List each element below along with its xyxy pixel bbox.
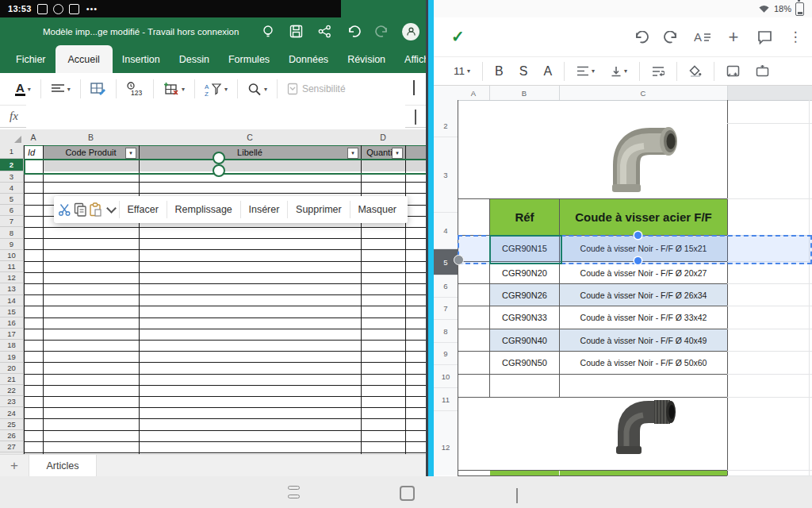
sheets-grid[interactable]: A B C 23456789101112 Réf Coude à visser …: [434, 86, 812, 476]
cell-code-CGR90N50[interactable]: CGR90N50: [490, 352, 559, 374]
row-header-8[interactable]: 8: [0, 227, 24, 238]
row-header-10[interactable]: 10: [0, 250, 24, 261]
row-header-10[interactable]: 10: [434, 365, 458, 388]
filter-icon[interactable]: ▼: [125, 148, 136, 159]
menu-item-effacer[interactable]: Effacer: [120, 204, 167, 215]
row-header-4[interactable]: 4: [434, 213, 458, 249]
col-header-b[interactable]: B: [489, 86, 560, 100]
format-table-icon[interactable]: [85, 77, 112, 101]
cell-e1-partial[interactable]: [405, 146, 426, 160]
left-row-headers[interactable]: 1234567891011121314151617181920212223242…: [0, 145, 24, 454]
split-divider-handle[interactable]: [428, 0, 434, 476]
row-header-12[interactable]: 12: [434, 411, 458, 476]
add-sheet-icon[interactable]: +: [0, 455, 29, 476]
row-header-5[interactable]: 5: [0, 194, 24, 205]
tab-fichier[interactable]: Fichier: [6, 45, 56, 73]
row-header-6[interactable]: 6: [0, 205, 24, 216]
row-header-21[interactable]: 21: [0, 374, 24, 385]
cell-label-CGR90N26[interactable]: Coude à visser Noir - F/F Ø 26x34: [560, 284, 727, 306]
menu-item-remplissage[interactable]: Remplissage: [167, 204, 240, 215]
fill-color-icon[interactable]: [682, 61, 709, 82]
search-icon[interactable]: ▾: [242, 77, 273, 101]
cut-icon[interactable]: [57, 200, 72, 219]
row-header-22[interactable]: 22: [0, 385, 24, 396]
tab-dessin[interactable]: Dessin: [170, 45, 219, 73]
row-header-12[interactable]: 12: [0, 272, 24, 283]
tab-insertion[interactable]: Insertion: [113, 45, 170, 73]
account-icon[interactable]: [402, 23, 419, 40]
expand-icon[interactable]: [103, 200, 118, 219]
row-header-14[interactable]: 14: [0, 295, 24, 306]
black-elbow-fitting-image[interactable]: [610, 397, 678, 456]
menu-item-supprimer[interactable]: Supprimer: [288, 204, 350, 215]
tab-revision[interactable]: Révision: [338, 45, 395, 73]
filter-icon[interactable]: ▼: [347, 148, 358, 159]
tab-donnees[interactable]: Données: [279, 45, 338, 73]
col-header-d[interactable]: D: [361, 129, 406, 146]
font-color-icon[interactable]: A▾: [10, 77, 36, 101]
row-header-11[interactable]: 11: [0, 261, 24, 272]
copy-icon[interactable]: [72, 200, 87, 219]
cell-table-title[interactable]: Coude à visser acier F/F: [560, 199, 727, 235]
font-size-dropdown[interactable]: 11▾: [446, 61, 477, 82]
kebab-menu-icon[interactable]: ⋮: [787, 29, 804, 46]
row-header-17[interactable]: 17: [0, 329, 24, 340]
bold-icon[interactable]: B: [488, 61, 511, 82]
row-header-9[interactable]: 9: [0, 239, 24, 250]
row-header-20[interactable]: 20: [0, 363, 24, 374]
row-header-25[interactable]: 25: [0, 419, 24, 430]
filter-icon[interactable]: ▼: [392, 148, 403, 159]
row-header-19[interactable]: 19: [0, 352, 24, 363]
row-header-11[interactable]: 11: [434, 388, 458, 411]
row-header-18[interactable]: 18: [0, 340, 24, 351]
comment-icon[interactable]: [756, 29, 773, 46]
cell-code-CGR90N20[interactable]: CGR90N20: [490, 262, 559, 283]
selection-handle-bottom[interactable]: [213, 164, 225, 177]
borders-icon[interactable]: [749, 61, 776, 82]
col-header-partial[interactable]: [405, 129, 426, 146]
cell-code-CGR90N40[interactable]: CGR90N40: [490, 329, 559, 351]
tab-accueil[interactable]: Accueil: [56, 45, 113, 73]
selection-handle-bottom[interactable]: [634, 257, 642, 264]
selection-handle-top[interactable]: [213, 152, 225, 164]
sort-filter-icon[interactable]: AZ ▾: [199, 77, 233, 101]
tab-formules[interactable]: Formules: [219, 45, 279, 73]
back-icon[interactable]: [516, 488, 518, 502]
row-header-7[interactable]: 7: [434, 298, 458, 320]
undo-icon[interactable]: [345, 23, 362, 40]
row-header-1[interactable]: 1: [0, 145, 24, 159]
row-header-3[interactable]: 3: [434, 137, 458, 213]
align-icon[interactable]: ▾: [45, 77, 76, 101]
format-text-icon[interactable]: A: [694, 29, 711, 46]
cell-label-CGR90N20[interactable]: Coude à visser Noir - F/F Ø 20x27: [560, 262, 727, 283]
cell-label-CGR90N50[interactable]: Coude à visser Noir - F/F Ø 50x60: [560, 352, 727, 374]
selection-handle-top[interactable]: [634, 232, 642, 239]
col-header-b[interactable]: B: [43, 129, 140, 146]
text-color-icon[interactable]: A: [536, 61, 559, 82]
done-check-icon[interactable]: ✓: [451, 27, 465, 46]
wrap-text-icon[interactable]: [645, 61, 672, 82]
collapse-ribbon-icon[interactable]: [413, 82, 415, 96]
row-header-8[interactable]: 8: [434, 320, 458, 343]
cell-code-CGR90N33[interactable]: CGR90N33: [490, 306, 559, 329]
row-header-26[interactable]: 26: [0, 430, 24, 441]
galvanized-elbow-fitting-image[interactable]: [604, 124, 684, 194]
col-header-a[interactable]: A: [458, 86, 490, 100]
row-header-4[interactable]: 4: [0, 183, 24, 194]
menu-item-inserer[interactable]: Insérer: [240, 204, 287, 215]
redo-icon[interactable]: [663, 29, 680, 46]
row-header-7[interactable]: 7: [0, 216, 24, 227]
row-header-3[interactable]: 3: [0, 171, 24, 183]
row-header-24[interactable]: 24: [0, 407, 24, 418]
save-icon[interactable]: [288, 23, 304, 40]
cell-label-CGR90N33[interactable]: Coude à visser Noir - F/F Ø 33x42: [560, 306, 727, 329]
cell-d1[interactable]: Quantité ▼: [361, 146, 405, 160]
excel-grid[interactable]: A B C D 12345678910111213141516171819202…: [0, 128, 426, 454]
cell-b1[interactable]: Code Produit ▼: [43, 146, 139, 160]
recents-icon[interactable]: [288, 486, 300, 498]
sheets-row-headers[interactable]: 23456789101112: [434, 100, 458, 475]
cell-label-CGR90N40[interactable]: Coude à visser Noir - F/F Ø 40x49: [560, 329, 727, 351]
row-header-9[interactable]: 9: [434, 343, 458, 365]
menu-item-masquer[interactable]: Masquer: [350, 204, 404, 215]
row-header-2[interactable]: 2: [0, 159, 24, 171]
